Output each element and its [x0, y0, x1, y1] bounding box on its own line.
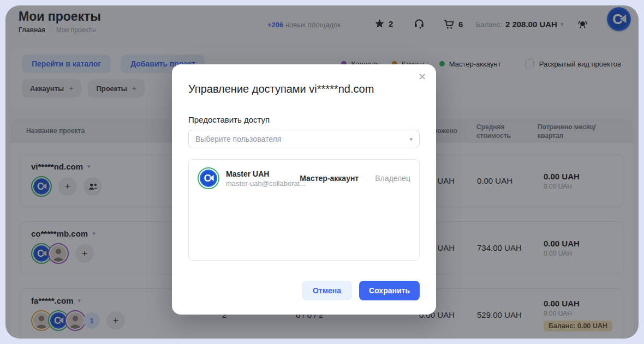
save-button[interactable]: Сохранить	[359, 281, 420, 300]
avatar	[198, 167, 219, 189]
user-name: Master UAH	[226, 170, 293, 178]
modal-footer: Отмена Сохранить	[302, 281, 420, 300]
access-list: Master UAH master-uah@collaborat... Маст…	[188, 159, 420, 261]
grant-access-label: Предоставить доступ	[188, 115, 420, 124]
user-role: Мастер-аккаунт	[300, 174, 359, 183]
user-status: Владелец	[375, 174, 410, 183]
user-email: master-uah@collaborat...	[226, 179, 293, 188]
modal-title: Управление доступами vi*****nd.com	[188, 83, 420, 95]
select-placeholder: Выберите пользователя	[195, 135, 409, 143]
chevron-down-icon: ▾	[409, 136, 413, 143]
user-select[interactable]: Выберите пользователя ▾	[188, 130, 420, 148]
cancel-button[interactable]: Отмена	[302, 281, 352, 300]
app-window: Мои проекты Главная · Мои проекты +206 н…	[5, 5, 639, 339]
access-management-modal: ✕ Управление доступами vi*****nd.com Пре…	[172, 64, 436, 315]
access-list-item[interactable]: Master UAH master-uah@collaborat... Маст…	[198, 167, 410, 189]
collaborator-logo	[200, 170, 217, 187]
close-icon[interactable]: ✕	[418, 72, 426, 82]
